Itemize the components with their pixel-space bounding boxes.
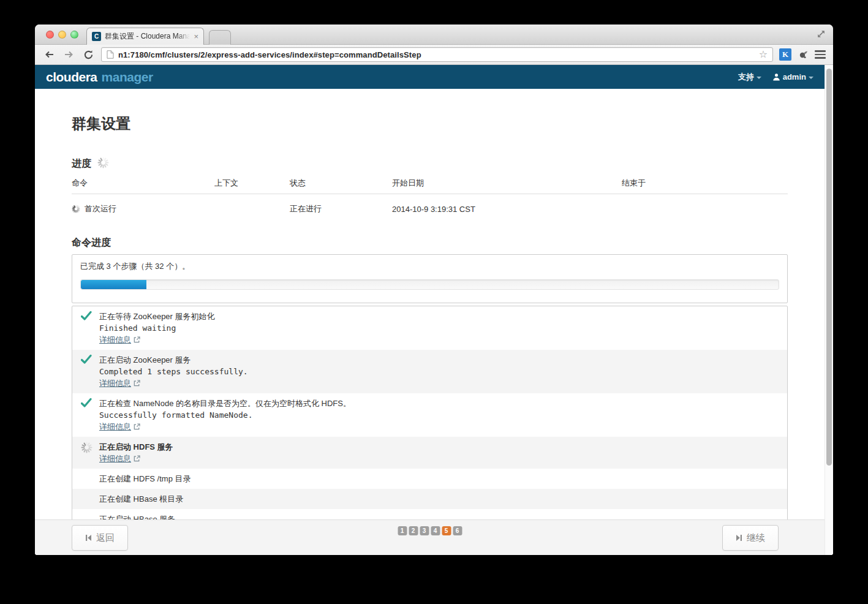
new-tab-button[interactable]: [209, 30, 231, 45]
browser-window: C 群集设置 - Cloudera Manag × n1:7180/cmf/cl…: [35, 25, 833, 555]
tab-close-icon[interactable]: ×: [194, 32, 198, 40]
extension-icon[interactable]: [798, 49, 809, 60]
details-link[interactable]: 详细信息: [99, 453, 140, 464]
details-link[interactable]: 详细信息: [99, 421, 140, 432]
command-spinner-icon: [72, 205, 80, 213]
progress-heading: 进度: [72, 157, 788, 171]
step-detail: Completed 1 steps successfully.: [99, 366, 779, 377]
wizard-page-badge[interactable]: 2: [409, 526, 418, 535]
spinner-icon: [81, 445, 92, 455]
wizard-page-badge[interactable]: 5: [442, 526, 451, 535]
extension-k-icon[interactable]: K: [779, 48, 791, 61]
cloudera-page: cloudera manager 支持 admin 群集设置 进度 命令上下文: [35, 65, 833, 555]
step-row: 正在检查 NameNode 的名称目录是否为空。仅在为空时格式化 HDFS。Su…: [72, 393, 787, 437]
browser-toolbar: n1:7180/cmf/clusters/2/express-add-servi…: [35, 45, 833, 65]
fullscreen-expand-icon[interactable]: [817, 29, 826, 41]
wizard-page-badge[interactable]: 3: [420, 526, 429, 535]
wizard-page-badge[interactable]: 1: [398, 526, 407, 535]
browser-tab[interactable]: C 群集设置 - Cloudera Manag ×: [86, 28, 204, 45]
step-title: 正在检查 NameNode 的名称目录是否为空。仅在为空时格式化 HDFS。: [99, 398, 779, 409]
column-header: 状态: [290, 178, 392, 189]
command-table: 命令上下文状态开始日期结束于 首次运行正在进行2014-10-9 3:19:31…: [72, 178, 788, 222]
progress-fill: [81, 280, 146, 289]
wizard-footer: 返回 123456 继续: [35, 519, 825, 555]
step-row: 正在创建 HBase 根目录: [72, 489, 787, 509]
step-detail: Successfully formatted NameNode.: [99, 409, 779, 421]
app-header: cloudera manager 支持 admin: [35, 65, 825, 89]
skip-back-icon: [85, 534, 92, 542]
loading-spinner-icon: [97, 157, 109, 171]
cloudera-favicon-icon: C: [92, 32, 101, 41]
check-icon: [81, 399, 92, 409]
context-cell: [214, 203, 290, 214]
url-bar[interactable]: n1:7180/cmf/clusters/2/express-add-servi…: [101, 47, 773, 62]
bookmark-star-icon[interactable]: ☆: [759, 50, 768, 59]
step-row: 正在启动 HDFS 服务详细信息: [72, 437, 787, 469]
external-link-icon: [134, 380, 140, 387]
details-link[interactable]: 详细信息: [99, 334, 140, 345]
step-title: 正在启动 ZooKeeper 服务: [99, 354, 779, 366]
url-text[interactable]: n1:7180/cmf/clusters/2/express-add-servi…: [118, 50, 755, 59]
command-name: 首次运行: [85, 203, 116, 214]
wizard-page-badge[interactable]: 4: [431, 526, 440, 535]
column-header: 命令: [72, 178, 214, 189]
wizard-step-pager: 123456: [398, 526, 462, 535]
details-link[interactable]: 详细信息: [99, 377, 140, 389]
page-doc-icon: [107, 50, 114, 59]
external-link-icon: [134, 455, 140, 462]
step-detail: Finished waiting: [99, 322, 779, 334]
step-row: 正在启动 HBase 服务: [72, 509, 787, 519]
continue-button[interactable]: 继续: [722, 525, 779, 551]
column-header: 上下文: [214, 178, 290, 189]
main-content: 群集设置 进度 命令上下文状态开始日期结束于 首次运行正在进行2014-10-9…: [35, 89, 825, 519]
page-title: 群集设置: [72, 114, 788, 134]
step-title: 正在启动 HDFS 服务: [99, 441, 779, 453]
cloudera-manager-logo[interactable]: cloudera manager: [46, 70, 153, 85]
chevron-down-icon: [809, 77, 813, 79]
step-title: 正在创建 HBase 根目录: [99, 493, 779, 505]
step-row: 正在创建 HDFS /tmp 目录: [72, 469, 787, 489]
start-date-cell: 2014-10-9 3:19:31 CST: [392, 203, 622, 214]
steps-list: 正在等待 ZooKeeper 服务初始化Finished waiting详细信息…: [72, 306, 788, 519]
column-header: 开始日期: [392, 178, 622, 189]
close-window-button[interactable]: [46, 31, 54, 39]
status-cell: 正在进行: [290, 203, 392, 214]
external-link-icon: [134, 336, 140, 343]
step-title: 正在启动 HBase 服务: [99, 513, 779, 519]
menu-icon[interactable]: [815, 50, 826, 59]
support-menu[interactable]: 支持: [738, 72, 761, 83]
tab-title: 群集设置 - Cloudera Manag: [105, 31, 190, 42]
progress-bar: [80, 279, 779, 290]
step-row: 正在等待 ZooKeeper 服务初始化Finished waiting详细信息: [72, 306, 787, 350]
reload-icon[interactable]: [81, 48, 95, 61]
forward-icon[interactable]: [62, 48, 75, 61]
user-icon: [772, 73, 780, 81]
user-menu[interactable]: admin: [772, 72, 813, 81]
step-row: 正在启动 ZooKeeper 服务Completed 1 steps succe…: [72, 350, 787, 393]
step-title: 正在等待 ZooKeeper 服务初始化: [99, 311, 779, 322]
browser-titlebar: C 群集设置 - Cloudera Manag ×: [35, 25, 833, 45]
progress-summary-box: 已完成 3 个步骤（共 32 个）。: [72, 254, 788, 303]
wizard-page-badge[interactable]: 6: [453, 526, 462, 535]
chevron-down-icon: [757, 77, 761, 79]
check-icon: [81, 355, 92, 366]
column-header: 结束于: [622, 178, 788, 189]
progress-summary-text: 已完成 3 个步骤（共 32 个）。: [80, 261, 779, 272]
minimize-window-button[interactable]: [58, 31, 66, 39]
back-icon[interactable]: [42, 48, 56, 61]
skip-forward-icon: [736, 534, 742, 542]
external-link-icon: [134, 423, 140, 430]
page-scrollbar[interactable]: [825, 65, 833, 555]
step-title: 正在创建 HDFS /tmp 目录: [99, 473, 779, 485]
table-row: 首次运行正在进行2014-10-9 3:19:31 CST: [72, 194, 788, 222]
end-date-cell: [622, 203, 788, 214]
back-button[interactable]: 返回: [72, 525, 128, 551]
table-header-row: 命令上下文状态开始日期结束于: [72, 178, 788, 194]
command-progress-heading: 命令进度: [72, 236, 788, 249]
scrollbar-thumb[interactable]: [826, 69, 832, 466]
zoom-window-button[interactable]: [70, 31, 78, 39]
check-icon: [81, 312, 92, 322]
